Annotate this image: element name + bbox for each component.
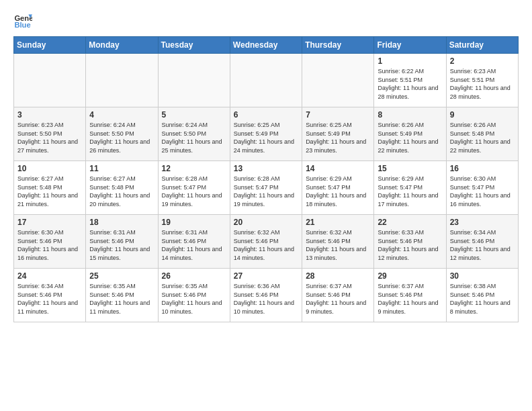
week-row-4: 24Sunrise: 6:34 AM Sunset: 5:46 PM Dayli… (14, 269, 519, 322)
day-info: Sunrise: 6:29 AM Sunset: 5:47 PM Dayligh… (306, 175, 370, 208)
day-cell: 14Sunrise: 6:29 AM Sunset: 5:47 PM Dayli… (302, 161, 374, 215)
day-cell (302, 54, 374, 107)
day-info: Sunrise: 6:28 AM Sunset: 5:47 PM Dayligh… (234, 175, 298, 208)
day-number: 22 (378, 218, 442, 227)
day-cell: 4Sunrise: 6:24 AM Sunset: 5:50 PM Daylig… (86, 107, 158, 161)
day-number: 24 (17, 271, 82, 281)
col-header-tuesday: Tuesday (158, 37, 230, 54)
day-cell: 20Sunrise: 6:32 AM Sunset: 5:46 PM Dayli… (230, 215, 302, 269)
day-info: Sunrise: 6:26 AM Sunset: 5:49 PM Dayligh… (378, 121, 442, 154)
day-info: Sunrise: 6:34 AM Sunset: 5:46 PM Dayligh… (450, 228, 515, 262)
col-header-thursday: Thursday (302, 37, 374, 54)
day-number: 10 (17, 164, 82, 173)
day-number: 2 (450, 56, 515, 66)
day-number: 11 (89, 164, 154, 173)
day-cell: 13Sunrise: 6:28 AM Sunset: 5:47 PM Dayli… (230, 161, 302, 215)
day-number: 12 (162, 164, 226, 173)
day-number: 1 (378, 56, 442, 66)
day-number: 29 (378, 271, 442, 281)
svg-text:Blue: Blue (14, 21, 30, 29)
day-number: 28 (306, 271, 370, 281)
week-row-3: 17Sunrise: 6:30 AM Sunset: 5:46 PM Dayli… (14, 215, 519, 269)
day-info: Sunrise: 6:35 AM Sunset: 5:46 PM Dayligh… (89, 282, 154, 316)
day-number: 18 (89, 218, 154, 227)
day-cell: 6Sunrise: 6:25 AM Sunset: 5:49 PM Daylig… (230, 107, 302, 161)
header: General Blue (13, 11, 519, 30)
day-cell: 11Sunrise: 6:27 AM Sunset: 5:48 PM Dayli… (86, 161, 158, 215)
calendar-table: SundayMondayTuesdayWednesdayThursdayFrid… (13, 36, 519, 322)
day-info: Sunrise: 6:23 AM Sunset: 5:51 PM Dayligh… (450, 67, 515, 101)
day-cell: 15Sunrise: 6:29 AM Sunset: 5:47 PM Dayli… (374, 161, 446, 215)
logo: General Blue (13, 11, 32, 30)
day-number: 7 (306, 110, 370, 120)
day-cell: 16Sunrise: 6:30 AM Sunset: 5:47 PM Dayli… (446, 161, 518, 215)
day-number: 27 (234, 271, 298, 281)
day-cell: 25Sunrise: 6:35 AM Sunset: 5:46 PM Dayli… (86, 269, 158, 322)
day-info: Sunrise: 6:30 AM Sunset: 5:46 PM Dayligh… (17, 228, 82, 262)
day-number: 13 (234, 164, 298, 173)
day-number: 16 (450, 164, 515, 173)
day-cell: 17Sunrise: 6:30 AM Sunset: 5:46 PM Dayli… (14, 215, 86, 269)
day-cell: 29Sunrise: 6:37 AM Sunset: 5:46 PM Dayli… (374, 269, 446, 322)
day-info: Sunrise: 6:27 AM Sunset: 5:48 PM Dayligh… (89, 175, 154, 208)
col-header-sunday: Sunday (14, 37, 86, 54)
day-info: Sunrise: 6:24 AM Sunset: 5:50 PM Dayligh… (89, 121, 154, 154)
day-cell (230, 54, 302, 107)
day-info: Sunrise: 6:27 AM Sunset: 5:48 PM Dayligh… (17, 175, 82, 208)
day-number: 25 (89, 271, 154, 281)
day-info: Sunrise: 6:25 AM Sunset: 5:49 PM Dayligh… (306, 121, 370, 154)
day-info: Sunrise: 6:22 AM Sunset: 5:51 PM Dayligh… (378, 67, 442, 101)
day-info: Sunrise: 6:28 AM Sunset: 5:47 PM Dayligh… (162, 175, 226, 208)
week-row-2: 10Sunrise: 6:27 AM Sunset: 5:48 PM Dayli… (14, 161, 519, 215)
day-number: 20 (234, 218, 298, 227)
day-cell: 5Sunrise: 6:24 AM Sunset: 5:50 PM Daylig… (158, 107, 230, 161)
day-info: Sunrise: 6:25 AM Sunset: 5:49 PM Dayligh… (234, 121, 298, 154)
day-cell: 3Sunrise: 6:23 AM Sunset: 5:50 PM Daylig… (14, 107, 86, 161)
col-header-monday: Monday (86, 37, 158, 54)
day-info: Sunrise: 6:24 AM Sunset: 5:50 PM Dayligh… (162, 121, 226, 154)
col-header-friday: Friday (374, 37, 446, 54)
day-number: 21 (306, 218, 370, 227)
day-info: Sunrise: 6:33 AM Sunset: 5:46 PM Dayligh… (378, 228, 442, 262)
day-number: 14 (306, 164, 370, 173)
day-cell: 21Sunrise: 6:32 AM Sunset: 5:46 PM Dayli… (302, 215, 374, 269)
day-cell: 22Sunrise: 6:33 AM Sunset: 5:46 PM Dayli… (374, 215, 446, 269)
day-number: 26 (162, 271, 226, 281)
day-number: 4 (89, 110, 154, 120)
page: General Blue SundayMondayTuesdayWednesda… (0, 0, 532, 329)
day-cell: 8Sunrise: 6:26 AM Sunset: 5:49 PM Daylig… (374, 107, 446, 161)
day-cell: 2Sunrise: 6:23 AM Sunset: 5:51 PM Daylig… (446, 54, 518, 107)
day-cell: 28Sunrise: 6:37 AM Sunset: 5:46 PM Dayli… (302, 269, 374, 322)
day-info: Sunrise: 6:32 AM Sunset: 5:46 PM Dayligh… (234, 228, 298, 262)
day-number: 15 (378, 164, 442, 173)
day-info: Sunrise: 6:34 AM Sunset: 5:46 PM Dayligh… (17, 282, 82, 316)
week-row-1: 3Sunrise: 6:23 AM Sunset: 5:50 PM Daylig… (14, 107, 519, 161)
day-cell: 24Sunrise: 6:34 AM Sunset: 5:46 PM Dayli… (14, 269, 86, 322)
col-header-saturday: Saturday (446, 37, 518, 54)
day-cell (14, 54, 86, 107)
day-info: Sunrise: 6:26 AM Sunset: 5:48 PM Dayligh… (450, 121, 515, 154)
day-cell: 7Sunrise: 6:25 AM Sunset: 5:49 PM Daylig… (302, 107, 374, 161)
day-number: 6 (234, 110, 298, 120)
day-cell: 1Sunrise: 6:22 AM Sunset: 5:51 PM Daylig… (374, 54, 446, 107)
col-header-wednesday: Wednesday (230, 37, 302, 54)
logo-icon: General Blue (13, 11, 32, 30)
day-number: 19 (162, 218, 226, 227)
day-info: Sunrise: 6:35 AM Sunset: 5:46 PM Dayligh… (162, 282, 226, 316)
day-number: 5 (162, 110, 226, 120)
day-info: Sunrise: 6:29 AM Sunset: 5:47 PM Dayligh… (378, 175, 442, 208)
day-cell: 23Sunrise: 6:34 AM Sunset: 5:46 PM Dayli… (446, 215, 518, 269)
day-number: 3 (17, 110, 82, 120)
day-cell: 27Sunrise: 6:36 AM Sunset: 5:46 PM Dayli… (230, 269, 302, 322)
day-number: 30 (450, 271, 515, 281)
day-info: Sunrise: 6:30 AM Sunset: 5:47 PM Dayligh… (450, 175, 515, 208)
day-cell: 9Sunrise: 6:26 AM Sunset: 5:48 PM Daylig… (446, 107, 518, 161)
header-row: SundayMondayTuesdayWednesdayThursdayFrid… (14, 37, 519, 54)
day-number: 8 (378, 110, 442, 120)
day-cell: 26Sunrise: 6:35 AM Sunset: 5:46 PM Dayli… (158, 269, 230, 322)
day-info: Sunrise: 6:23 AM Sunset: 5:50 PM Dayligh… (17, 121, 82, 154)
day-number: 17 (17, 218, 82, 227)
day-info: Sunrise: 6:37 AM Sunset: 5:46 PM Dayligh… (378, 282, 442, 316)
day-number: 9 (450, 110, 515, 120)
day-cell: 12Sunrise: 6:28 AM Sunset: 5:47 PM Dayli… (158, 161, 230, 215)
